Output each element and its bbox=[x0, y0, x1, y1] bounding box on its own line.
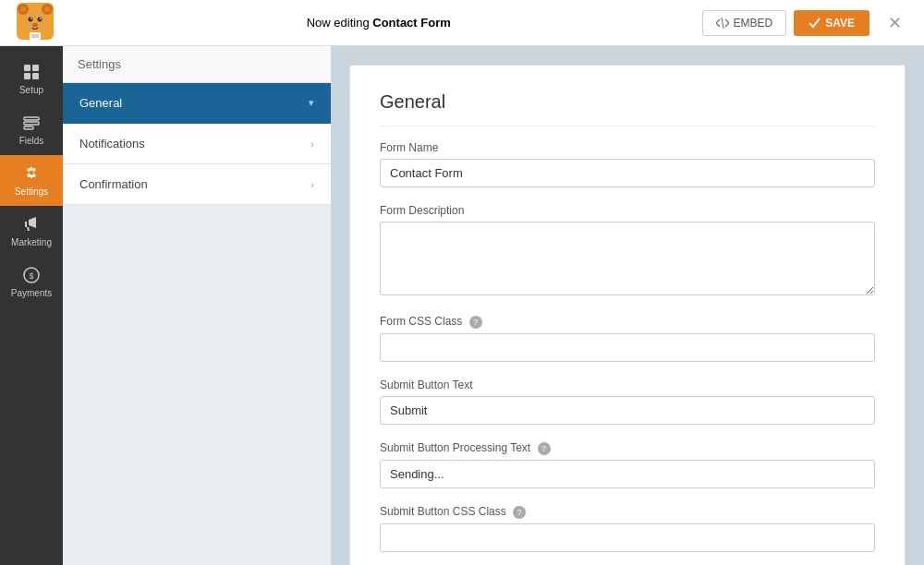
marketing-icon bbox=[22, 215, 41, 234]
svg-line-14 bbox=[722, 18, 723, 29]
form-description-group: Form Description bbox=[380, 204, 875, 298]
svg-point-10 bbox=[32, 23, 38, 27]
svg-point-9 bbox=[40, 18, 42, 19]
form-css-group: Form CSS Class ? bbox=[380, 315, 875, 362]
sidebar-item-fields[interactable]: Fields bbox=[0, 104, 63, 155]
left-sidebar: Setup Fields Settings Marketing bbox=[0, 46, 63, 565]
form-panel: General Form Name Form Description Form … bbox=[349, 65, 906, 565]
close-button[interactable]: ✕ bbox=[881, 9, 909, 37]
top-bar: Now editing Contact Form EMBED SAVE ✕ bbox=[0, 0, 924, 46]
svg-rect-20 bbox=[24, 122, 39, 125]
check-icon bbox=[808, 17, 821, 29]
svg-rect-16 bbox=[32, 65, 39, 71]
form-css-input[interactable] bbox=[380, 333, 875, 362]
chevron-right-icon-2: › bbox=[310, 179, 314, 190]
submit-text-group: Submit Button Text bbox=[380, 379, 875, 425]
settings-icon bbox=[22, 164, 41, 183]
svg-point-8 bbox=[30, 18, 32, 19]
svg-rect-15 bbox=[24, 65, 30, 71]
logo-area bbox=[15, 1, 55, 44]
sidebar-item-payments[interactable]: $ Payments bbox=[0, 257, 63, 307]
form-name-group: Form Name bbox=[380, 141, 875, 187]
svg-text:$: $ bbox=[29, 271, 33, 281]
main-content: General Form Name Form Description Form … bbox=[331, 46, 924, 565]
main-layout: Setup Fields Settings Marketing bbox=[0, 46, 924, 565]
submit-css-group: Submit Button CSS Class ? bbox=[380, 505, 875, 552]
svg-rect-21 bbox=[24, 126, 33, 129]
svg-rect-18 bbox=[32, 73, 39, 79]
form-description-label: Form Description bbox=[380, 204, 875, 217]
nav-item-general[interactable]: General ▾ bbox=[63, 83, 331, 124]
submit-text-label: Submit Button Text bbox=[380, 379, 875, 391]
form-css-label: Form CSS Class ? bbox=[380, 315, 875, 329]
sidebar-item-marketing[interactable]: Marketing bbox=[0, 206, 63, 257]
chevron-down-icon: ▾ bbox=[309, 97, 314, 109]
editing-title: Now editing Contact Form bbox=[307, 16, 451, 30]
nav-item-notifications[interactable]: Notifications › bbox=[63, 124, 331, 164]
fields-icon bbox=[22, 114, 41, 132]
settings-header: Settings bbox=[63, 46, 331, 83]
secondary-sidebar: Settings General ▾ Notifications › Confi… bbox=[63, 46, 331, 565]
submit-css-help-icon[interactable]: ? bbox=[513, 506, 526, 519]
chevron-right-icon: › bbox=[310, 138, 314, 150]
payments-icon: $ bbox=[22, 266, 41, 284]
svg-point-6 bbox=[29, 18, 33, 22]
setup-icon bbox=[22, 63, 41, 81]
processing-help-icon[interactable]: ? bbox=[538, 442, 551, 455]
submit-processing-label: Submit Button Processing Text ? bbox=[380, 441, 875, 455]
top-bar-actions: EMBED SAVE ✕ bbox=[702, 9, 909, 37]
css-help-icon[interactable]: ? bbox=[469, 316, 482, 329]
svg-point-4 bbox=[44, 6, 50, 12]
form-name-input[interactable] bbox=[380, 159, 875, 187]
submit-processing-group: Submit Button Processing Text ? bbox=[380, 441, 875, 488]
submit-processing-input[interactable] bbox=[380, 460, 875, 488]
form-section-title: General bbox=[380, 91, 875, 126]
sidebar-item-settings[interactable]: Settings bbox=[0, 155, 63, 206]
nav-item-confirmation[interactable]: Confirmation › bbox=[63, 164, 331, 205]
svg-point-22 bbox=[30, 171, 34, 175]
submit-text-input[interactable] bbox=[380, 396, 875, 425]
form-name-label: Form Name bbox=[380, 141, 875, 154]
svg-point-3 bbox=[20, 6, 26, 12]
svg-rect-19 bbox=[24, 117, 39, 120]
embed-icon bbox=[716, 17, 729, 30]
embed-button[interactable]: EMBED bbox=[702, 10, 787, 36]
form-description-textarea[interactable] bbox=[380, 222, 875, 295]
svg-rect-11 bbox=[30, 32, 41, 40]
submit-css-label: Submit Button CSS Class ? bbox=[380, 505, 875, 519]
svg-point-7 bbox=[38, 18, 43, 22]
submit-css-input[interactable] bbox=[380, 523, 875, 552]
save-button[interactable]: SAVE bbox=[794, 10, 869, 36]
svg-rect-17 bbox=[24, 73, 30, 79]
sidebar-item-setup[interactable]: Setup bbox=[0, 54, 63, 104]
bear-logo bbox=[15, 1, 55, 42]
